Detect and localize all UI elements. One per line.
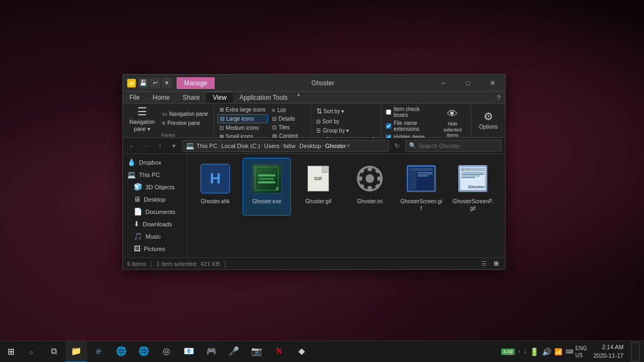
details-pane-icon: ≡ bbox=[162, 120, 165, 126]
list-btn[interactable]: ≡ List bbox=[270, 106, 307, 114]
preview-pane-icon: ▭ bbox=[162, 111, 167, 117]
medium-icon: ⊡ bbox=[219, 125, 224, 131]
medium-icons-btn[interactable]: ⊡ Medium icons bbox=[217, 124, 268, 132]
sidebar-item-desktop[interactable]: 🖥 Desktop bbox=[123, 193, 187, 205]
svg-rect-4 bbox=[357, 176, 362, 181]
file-item-ghosterscreenp-gif[interactable]: Ghoster GhosterScreenP.gif bbox=[449, 158, 496, 215]
options-icon: ⚙ bbox=[484, 110, 493, 123]
back-button[interactable]: ← bbox=[126, 140, 138, 152]
language-label: ENG bbox=[575, 345, 587, 352]
group-by-btn[interactable]: ⊟ Sort by bbox=[314, 117, 342, 125]
sidebar-item-this-pc[interactable]: 💻 This PC bbox=[123, 168, 187, 181]
add-columns-btn[interactable]: ☰ Group by ▾ bbox=[314, 127, 352, 135]
tab-home[interactable]: Home bbox=[146, 92, 176, 103]
minimize-button[interactable]: − bbox=[431, 75, 456, 92]
upload-icon: ↑ bbox=[518, 349, 521, 354]
taskbar-edge[interactable]: e bbox=[88, 341, 109, 363]
ribbon-help-btn[interactable]: ? bbox=[492, 92, 505, 104]
sort-by-btn[interactable]: ⇅ Sort by ▾ bbox=[314, 106, 347, 116]
refresh-button[interactable]: ↻ bbox=[391, 140, 403, 152]
up-button[interactable]: ↑ bbox=[154, 140, 166, 152]
file-item-ghoster-exe[interactable]: G Ghoster.exe bbox=[243, 158, 290, 215]
breadcrumb-sep-5: › bbox=[322, 143, 324, 149]
extra-large-icons-btn[interactable]: ⊞ Extra large icons bbox=[217, 106, 268, 114]
breadcrumb-desktop[interactable]: Desktop bbox=[299, 143, 321, 149]
battery-icon: 🔋 bbox=[530, 348, 539, 356]
taskbar-netflix[interactable]: N bbox=[268, 341, 290, 363]
taskbar-app6[interactable]: 🎮 bbox=[201, 341, 222, 363]
file-item-ghoster-ahk[interactable]: H Ghoster.ahk bbox=[192, 158, 239, 215]
sidebar-item-3d-objects[interactable]: 🧊 3D Objects bbox=[123, 181, 187, 193]
close-button[interactable]: ✕ bbox=[480, 75, 505, 92]
item-check-boxes-check[interactable]: Item check boxes bbox=[385, 106, 435, 119]
large-icons-btn[interactable]: ⊟ Large icons bbox=[217, 114, 268, 123]
search-input[interactable] bbox=[419, 143, 498, 149]
panes-items: ☰ Navigation pane ▾ ▭ Navigation pane ≡ … bbox=[126, 106, 210, 131]
navigation-pane-label: Navigation bbox=[129, 119, 155, 125]
manage-tab[interactable]: Manage bbox=[177, 77, 215, 89]
taskbar-file-explorer[interactable]: 📁 bbox=[65, 341, 87, 363]
breadcrumb-fatiw[interactable]: fatiw bbox=[283, 143, 296, 149]
start-icon: ⊞ bbox=[8, 346, 14, 357]
tab-view[interactable]: View bbox=[206, 92, 233, 103]
breadcrumb-ghoster[interactable]: Ghoster bbox=[325, 143, 346, 149]
details-view-btn[interactable]: ☰ bbox=[479, 259, 489, 269]
taskbar-app4[interactable]: ◎ bbox=[156, 341, 177, 363]
sidebar-dropbox-label: Dropbox bbox=[139, 159, 162, 166]
file-item-ghoster-gif[interactable]: GIF Ghoster.gif bbox=[295, 158, 342, 215]
tab-application-tools[interactable]: Application Tools bbox=[233, 92, 294, 103]
ribbon-collapse-arrow[interactable]: ▲ bbox=[294, 92, 303, 103]
desktop-icon: 🖥 bbox=[134, 195, 141, 203]
keyboard-icon: ⌨ bbox=[566, 349, 573, 354]
ribbon-view-content: ☰ Navigation pane ▾ ▭ Navigation pane ≡ … bbox=[123, 104, 505, 138]
recent-locations-btn[interactable]: ▾ bbox=[168, 140, 180, 152]
taskbar-app7[interactable]: 🎤 bbox=[223, 341, 245, 363]
file-item-ghosterscreen-gif[interactable]: GhosterScreen.gif bbox=[398, 158, 445, 215]
taskbar-chrome[interactable]: 🌐 bbox=[111, 341, 132, 363]
quick-save-btn[interactable]: 💾 bbox=[138, 78, 149, 88]
item-check-boxes-input[interactable] bbox=[386, 109, 391, 115]
taskbar-app5[interactable]: 📧 bbox=[178, 341, 200, 363]
hide-selected-icon: 👁 bbox=[447, 108, 458, 120]
preview-pane-btn[interactable]: ▭ Navigation pane bbox=[160, 110, 210, 118]
sidebar-item-documents[interactable]: 📄 Documents bbox=[123, 205, 187, 218]
show-desktop-btn[interactable] bbox=[631, 342, 640, 361]
taskbar-app10[interactable]: ◆ bbox=[291, 341, 312, 363]
maximize-button[interactable]: □ bbox=[456, 75, 480, 92]
sidebar-item-dropbox[interactable]: 💧 Dropbox bbox=[123, 156, 187, 168]
forward-button[interactable]: → bbox=[140, 140, 152, 152]
large-icons-view-btn[interactable]: ⊞ bbox=[491, 259, 501, 269]
sort-icon: ⇅ bbox=[316, 107, 323, 115]
quick-more-btn[interactable]: ▾ bbox=[162, 78, 172, 88]
tiles-btn[interactable]: ⊡ Tiles bbox=[270, 123, 307, 131]
file-name-extensions-check[interactable]: File name extensions bbox=[385, 120, 435, 132]
quick-undo-btn[interactable]: ↩ bbox=[150, 78, 160, 88]
breadcrumb-dropdown-arrow[interactable]: ▾ bbox=[347, 143, 350, 149]
start-button[interactable]: ⊞ bbox=[0, 341, 21, 363]
breadcrumb-local-disk[interactable]: Local Disk (C:) bbox=[221, 143, 260, 149]
taskbar: ⊞ ⌕ ⧉ 📁 e 🌐 🌐 ◎ 📧 🎮 🎤 � bbox=[0, 341, 644, 362]
sidebar-item-downloads[interactable]: ⬇ Downloads bbox=[123, 218, 187, 230]
file-item-ghoster-ini[interactable]: Ghoster.ini bbox=[346, 158, 393, 215]
tab-share[interactable]: Share bbox=[176, 92, 206, 103]
breadcrumb-users[interactable]: Users bbox=[264, 143, 280, 149]
navigation-pane-btn[interactable]: ☰ Navigation pane ▾ bbox=[126, 106, 158, 131]
taskbar-app3[interactable]: 🌐 bbox=[133, 341, 155, 363]
taskbar-app8[interactable]: 📷 bbox=[246, 341, 267, 363]
items-count: 6 items bbox=[127, 261, 146, 267]
file-name-extensions-input[interactable] bbox=[386, 123, 391, 129]
breadcrumb-bar: 💻 This PC › Local Disk (C:) › Users › fa… bbox=[182, 140, 389, 152]
sidebar-item-music[interactable]: 🎵 Music bbox=[123, 230, 187, 242]
details-pane-btn[interactable]: ≡ Preview pane bbox=[160, 119, 210, 127]
options-btn[interactable]: ⚙ Options bbox=[475, 107, 502, 133]
taskbar-clock[interactable]: 2:14 AM 2020-11-17 bbox=[589, 343, 628, 360]
ghosterscreen-gif-name: GhosterScreen.gif bbox=[400, 198, 443, 212]
file-explorer-icon: 📁 bbox=[71, 346, 82, 356]
sidebar-item-pictures[interactable]: 🖼 Pictures bbox=[123, 242, 187, 255]
details-btn[interactable]: ⊟ Details bbox=[270, 115, 307, 123]
tab-file[interactable]: File bbox=[123, 92, 146, 103]
taskbar-task-view[interactable]: ⧉ bbox=[43, 341, 64, 363]
ahk-file-icon: H bbox=[198, 161, 232, 196]
breadcrumb-this-pc[interactable]: This PC bbox=[196, 143, 217, 149]
taskbar-search-btn[interactable]: ⌕ bbox=[21, 341, 41, 363]
